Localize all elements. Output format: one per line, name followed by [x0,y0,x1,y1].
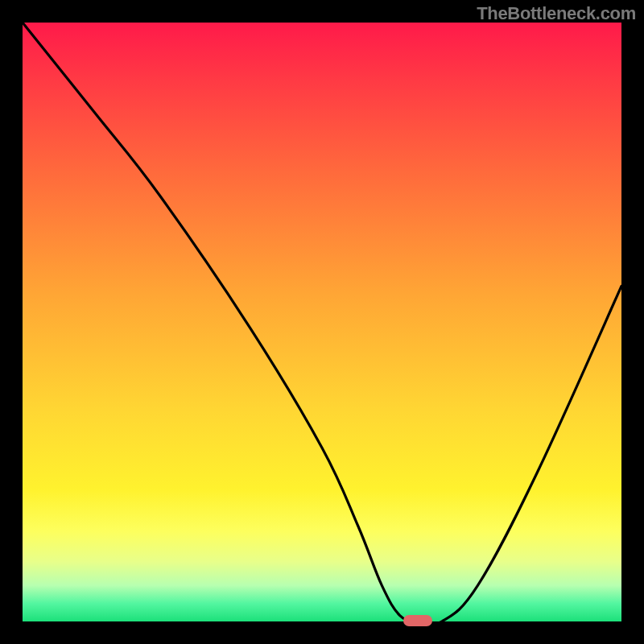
chart-frame: TheBottleneck.com [0,0,644,644]
curve-layer [0,0,644,644]
watermark-text: TheBottleneck.com [477,3,636,24]
optimal-marker [403,615,432,626]
bottleneck-curve [23,23,621,625]
